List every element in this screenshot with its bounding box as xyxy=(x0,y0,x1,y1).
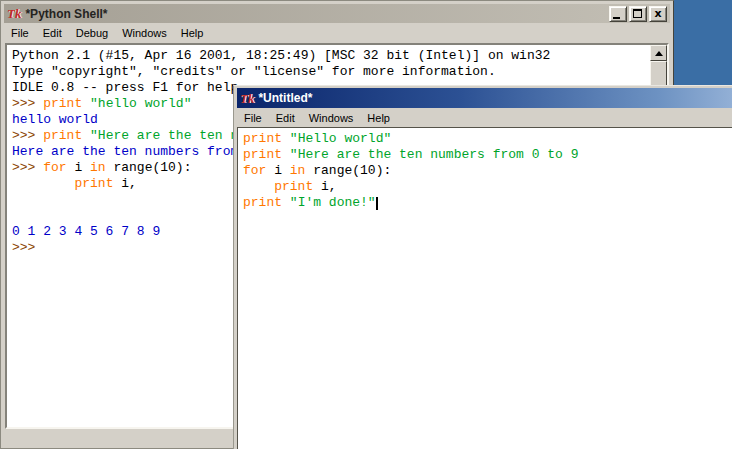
code-line: print "Here are the ten numbers from 0 t… xyxy=(243,147,732,163)
code-line: Type "copyright", "credits" or "license"… xyxy=(12,64,650,80)
close-icon: x xyxy=(650,7,666,21)
close-button[interactable]: x xyxy=(649,6,667,22)
code-line: print "I'm done!" xyxy=(243,195,732,211)
shell-titlebar[interactable]: Tk *Python Shell* x xyxy=(4,4,670,23)
window-controls: x xyxy=(609,6,667,22)
menu-item-help[interactable]: Help xyxy=(360,110,397,126)
desktop: Tk *Python Shell* x FileEditDebugWindows… xyxy=(0,0,732,449)
menu-item-help[interactable]: Help xyxy=(174,25,211,41)
scroll-up-button[interactable] xyxy=(650,45,667,61)
menu-item-edit[interactable]: Edit xyxy=(269,110,302,126)
minimize-icon xyxy=(613,17,620,19)
maximize-button[interactable] xyxy=(629,6,647,22)
text-cursor xyxy=(376,197,378,210)
code-line: for i in range(10): xyxy=(243,163,732,179)
tk-icon: Tk xyxy=(240,92,254,105)
editor-menubar: FileEditWindowsHelp xyxy=(237,109,732,127)
shell-menubar: FileEditDebugWindowsHelp xyxy=(4,23,670,43)
menu-item-windows[interactable]: Windows xyxy=(302,110,361,126)
untitled-editor-window: Tk *Untitled* FileEditWindowsHelp print … xyxy=(233,85,732,449)
menu-item-file[interactable]: File xyxy=(237,110,269,126)
code-line: Python 2.1 (#15, Apr 16 2001, 18:25:49) … xyxy=(12,48,650,64)
minimize-button[interactable] xyxy=(609,6,627,22)
menu-item-windows[interactable]: Windows xyxy=(115,25,174,41)
shell-window-title: *Python Shell* xyxy=(25,7,107,21)
menu-item-edit[interactable]: Edit xyxy=(36,25,69,41)
editor-text-area[interactable]: print "Hello world"print "Here are the t… xyxy=(238,128,732,449)
editor-window-title: *Untitled* xyxy=(258,91,312,105)
tk-icon: Tk xyxy=(7,7,21,20)
maximize-icon xyxy=(633,9,642,18)
menu-item-debug[interactable]: Debug xyxy=(69,25,115,41)
arrow-up-icon xyxy=(655,51,663,56)
code-line: print i, xyxy=(243,179,732,195)
editor-content: print "Hello world"print "Here are the t… xyxy=(237,127,732,449)
code-line: print "Hello world" xyxy=(243,131,732,147)
menu-item-file[interactable]: File xyxy=(4,25,36,41)
editor-titlebar[interactable]: Tk *Untitled* xyxy=(237,88,732,108)
